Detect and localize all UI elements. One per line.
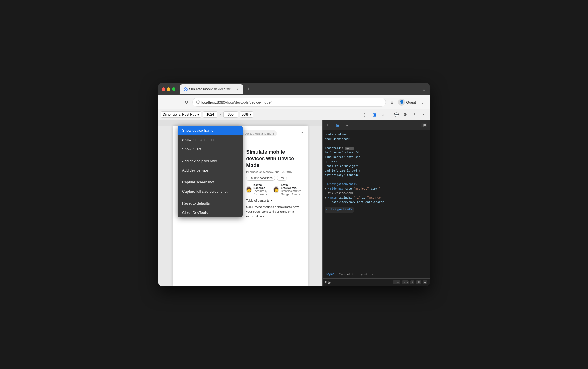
url-bar[interactable]: ⓘ localhost:8080/docs/devtools/device-mo…: [192, 98, 386, 107]
tag-emulate[interactable]: Emulate conditions: [246, 176, 275, 181]
tab-styles[interactable]: Styles: [325, 270, 336, 278]
filter-back-icon[interactable]: ◀: [423, 280, 427, 284]
author-2-role: Technical Writer, Google Chrome: [281, 190, 303, 196]
tab-close-icon[interactable]: ×: [236, 87, 240, 91]
code-line-8: -rail role="navigati: [325, 164, 427, 169]
dimensions-dropdown[interactable]: Dimensions: Nest Hub ▾: [161, 111, 201, 118]
menu-divider-3: [178, 197, 243, 197]
browser-menu-button[interactable]: ⋮: [418, 98, 426, 106]
dimensions-label: Dimensions: Nest Hub: [163, 113, 196, 117]
inspect-element-button[interactable]: ⬚: [325, 121, 333, 129]
viewport-ruler: [158, 120, 322, 126]
browser-tab[interactable]: Simulate mobile devices with D ×: [180, 84, 243, 94]
toolbar-right-actions: ⬚ ▣ » 💬 ⚙ ⋮ ×: [361, 111, 427, 118]
tab-more-panels[interactable]: »: [371, 270, 374, 278]
title-bar: Simulate mobile devices with D × + ⌄: [158, 83, 430, 95]
more-options-icon: ⋮: [257, 112, 261, 117]
new-tab-button[interactable]: +: [244, 85, 252, 93]
filter-input[interactable]: Filter: [325, 281, 391, 284]
menu-show-rulers[interactable]: Show rulers: [178, 144, 243, 154]
forward-icon: →: [174, 100, 178, 105]
maximize-button[interactable]: [172, 87, 175, 91]
url-text: localhost:8080/docs/devtools/device-mode…: [201, 100, 382, 104]
height-input[interactable]: 600: [223, 111, 238, 118]
close-devtools-button[interactable]: ×: [419, 111, 427, 118]
devtools-code-panel: …data-cookies- nner-dismissed> $scaffold…: [323, 130, 430, 270]
browser-viewport: Chrome Developers 🔍 Search docs, blogs a…: [158, 120, 322, 286]
menu-show-device-frame[interactable]: Show device frame: [178, 126, 243, 135]
zoom-chevron-icon: ▾: [250, 113, 251, 117]
filter-add-badge[interactable]: +: [410, 280, 414, 284]
close-button[interactable]: [162, 87, 165, 91]
expand-panels-button-2[interactable]: »: [343, 121, 351, 129]
main-content: Chrome Developers 🔍 Search docs, blogs a…: [158, 120, 430, 286]
more-options-button[interactable]: ⋮: [255, 111, 263, 118]
dollar-zero-badge: $0: [421, 123, 427, 127]
authors-section: 🧑 Kayce Basques Technically, I'm a write…: [246, 183, 303, 196]
menu-divider-2: [178, 176, 243, 176]
article-intro: Use Device Mode to approximate how your …: [246, 205, 303, 219]
profile-button[interactable]: 👤 Guest: [398, 99, 416, 106]
address-bar-actions: ⊟ 👤 Guest ⋮: [388, 98, 426, 106]
chat-icon: 💬: [394, 112, 399, 117]
toolbar-separator-1: [266, 112, 266, 117]
chat-panel-button[interactable]: 💬: [392, 111, 400, 118]
device-toggle-button[interactable]: ▣: [334, 121, 342, 129]
author-2-info: Sofia Emelianova Technical Writer, Googl…: [281, 183, 303, 196]
forward-button[interactable]: →: [172, 98, 180, 106]
tab-area: Simulate mobile devices with D × +: [180, 84, 420, 94]
device-options-dropdown: Show device frame Show media queries Sho…: [178, 126, 243, 217]
cursor-tool-button[interactable]: ⬚: [361, 111, 369, 118]
expand-icon: »: [382, 112, 385, 117]
author-1: 🧑 Kayce Basques Technically, I'm a write…: [246, 183, 269, 196]
toc-label: Table of contents: [246, 199, 269, 202]
author-2-avatar: 👩: [273, 186, 279, 193]
width-input[interactable]: 1024: [203, 111, 217, 118]
menu-capture-full-screenshot[interactable]: Capture full size screenshot: [178, 187, 243, 196]
menu-close-devtools[interactable]: Close DevTools: [178, 208, 243, 217]
url-path: /docs/devtools/device-mode/: [225, 100, 272, 104]
devtools-more-button[interactable]: ⋮: [410, 111, 418, 118]
menu-show-media-queries[interactable]: Show media queries: [178, 135, 243, 144]
zoom-dropdown[interactable]: 50% ▾: [240, 111, 253, 118]
security-icon: ⓘ: [196, 100, 200, 105]
sidebar-toggle-button[interactable]: ⊟: [388, 98, 396, 106]
menu-add-device-type[interactable]: Add device type: [178, 166, 243, 175]
tag-test[interactable]: Test: [277, 176, 287, 181]
code-line-6: line-bottom" data-sid: [325, 155, 427, 160]
tab-layout[interactable]: Layout: [357, 270, 368, 278]
author-2: 👩 Sofia Emelianova Technical Writer, Goo…: [273, 183, 303, 196]
code-line-sidenav: ▶ <side-nav type="project" view=": [325, 187, 427, 191]
filter-cls-badge[interactable]: .cls: [402, 280, 409, 284]
tab-computed[interactable]: Computed: [338, 270, 354, 278]
code-line-nav-rail: …</navigation-rail>: [325, 182, 427, 187]
minimize-button[interactable]: [167, 87, 170, 91]
window-menu-button[interactable]: ⌄: [422, 86, 426, 92]
article: Simulate mobile devices with Device Mode…: [246, 149, 303, 219]
author-1-name: Kayce Basques: [253, 183, 269, 190]
author-1-avatar: 🧑: [246, 186, 252, 193]
menu-reset-defaults[interactable]: Reset to defaults: [178, 199, 243, 208]
code-line-sidenav-2: t">…</side-nav>: [325, 191, 427, 196]
menu-add-device-pixel-ratio[interactable]: Add device pixel ratio: [178, 156, 243, 166]
refresh-icon: ↻: [184, 100, 188, 105]
device-mode-button[interactable]: ▣: [371, 111, 378, 118]
svg-point-2: [185, 89, 186, 90]
dimension-separator: ×: [219, 112, 221, 117]
refresh-button[interactable]: ↻: [182, 98, 190, 106]
address-bar: ← → ↻ ⓘ localhost:8080/docs/devtools/dev…: [158, 95, 430, 109]
author-1-info: Kayce Basques Technically, I'm a writer: [253, 183, 269, 196]
menu-divider-1: [178, 155, 243, 155]
profile-icon: 👤: [398, 99, 405, 106]
back-button[interactable]: ←: [162, 98, 170, 106]
dollar-sign-label: ==: [416, 124, 419, 127]
device-mode-icon: ▣: [373, 112, 376, 117]
toc-toggle[interactable]: Table of contents ▾: [246, 199, 303, 202]
code-line-main: ▼ <main tabindex="-1" id="main-co: [325, 196, 427, 200]
expand-panels-button[interactable]: »: [380, 111, 387, 118]
filter-computed-icon[interactable]: 🖥: [416, 280, 421, 284]
menu-capture-screenshot[interactable]: Capture screenshot: [178, 177, 243, 187]
share-button[interactable]: ⤴: [301, 131, 303, 136]
filter-hov-badge[interactable]: :hov: [393, 280, 400, 284]
settings-button[interactable]: ⚙: [401, 111, 409, 118]
